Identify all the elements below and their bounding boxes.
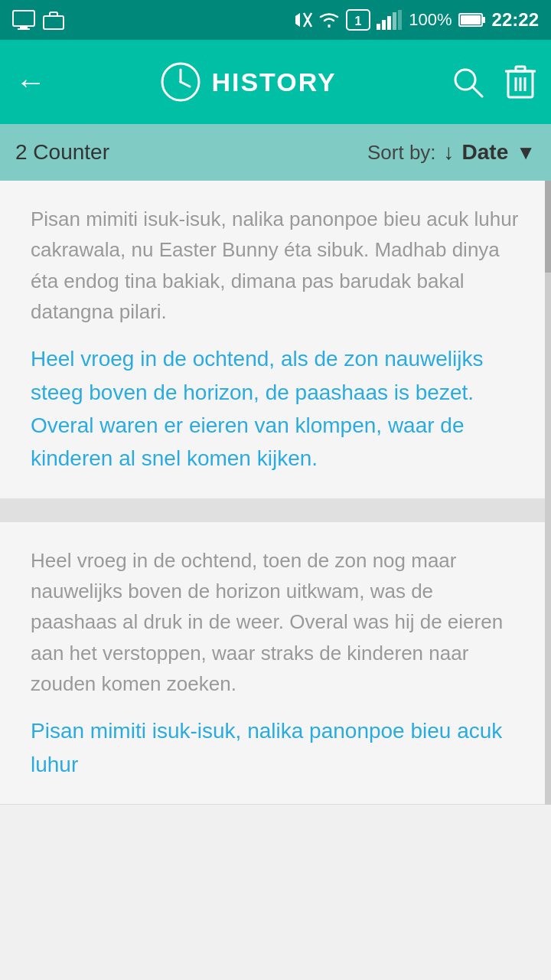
svg-rect-3 bbox=[44, 16, 64, 29]
content-wrapper: Pisan mimiti isuk-isuk, nalika panonpoe … bbox=[0, 181, 551, 805]
filter-bar: 2 Counter Sort by: ↓ Date ▼ bbox=[0, 124, 551, 181]
dropdown-arrow-icon[interactable]: ▼ bbox=[516, 141, 536, 165]
back-button[interactable]: ← bbox=[15, 65, 46, 100]
svg-rect-10 bbox=[382, 20, 386, 30]
entry-card: Pisan mimiti isuk-isuk, nalika panonpoe … bbox=[0, 181, 551, 499]
back-button-container[interactable]: ← bbox=[15, 65, 46, 100]
status-bar: 1 100% 22:22 bbox=[0, 0, 551, 40]
entry-translated-text: Pisan mimiti isuk-isuk, nalika panonpoe … bbox=[31, 714, 520, 781]
sort-arrow-icon: ↓ bbox=[444, 140, 455, 165]
signal-icon bbox=[377, 10, 403, 30]
svg-rect-12 bbox=[393, 12, 396, 30]
sort-section[interactable]: Sort by: ↓ Date ▼ bbox=[367, 140, 536, 165]
battery-icon bbox=[458, 11, 486, 28]
entry-original-text: Heel vroeg in de ochtend, toen de zon no… bbox=[31, 545, 520, 699]
mute-icon bbox=[291, 10, 312, 30]
counter-label: 2 Counter bbox=[15, 140, 109, 165]
page-title: HISTORY bbox=[211, 67, 336, 97]
svg-marker-4 bbox=[295, 13, 300, 27]
svg-rect-0 bbox=[13, 11, 34, 26]
clock-icon bbox=[161, 62, 201, 102]
wifi-icon bbox=[318, 11, 340, 29]
svg-line-21 bbox=[472, 87, 482, 96]
briefcase-icon bbox=[43, 10, 64, 30]
svg-rect-1 bbox=[20, 26, 28, 28]
entry-translated-text: Heel vroeg in de ochtend, als de zon nau… bbox=[31, 342, 520, 475]
top-bar: ← HISTORY bbox=[0, 40, 551, 124]
svg-rect-16 bbox=[461, 15, 481, 24]
top-bar-center: HISTORY bbox=[161, 62, 336, 102]
status-time: 22:22 bbox=[492, 9, 539, 31]
svg-rect-11 bbox=[387, 16, 391, 30]
card-divider bbox=[0, 499, 551, 522]
screen-icon bbox=[12, 10, 35, 30]
svg-rect-15 bbox=[482, 17, 485, 23]
entry-card: Heel vroeg in de ochtend, toen de zon no… bbox=[0, 522, 551, 805]
status-left-icons bbox=[12, 10, 64, 30]
scrollbar-thumb[interactable] bbox=[545, 181, 551, 273]
svg-line-19 bbox=[181, 82, 190, 87]
content-area: Pisan mimiti isuk-isuk, nalika panonpoe … bbox=[0, 181, 551, 805]
svg-rect-24 bbox=[516, 67, 525, 71]
svg-text:1: 1 bbox=[355, 15, 362, 28]
entry-original-text: Pisan mimiti isuk-isuk, nalika panonpoe … bbox=[31, 204, 520, 327]
search-icon[interactable] bbox=[452, 66, 484, 98]
sort-by-label: Sort by: bbox=[367, 141, 436, 165]
status-right-icons: 1 100% 22:22 bbox=[291, 9, 539, 31]
scrollbar[interactable] bbox=[545, 181, 551, 805]
sort-date-label: Date bbox=[462, 140, 509, 165]
top-bar-actions bbox=[452, 65, 536, 99]
battery-percent: 100% bbox=[409, 10, 452, 30]
svg-rect-2 bbox=[18, 28, 30, 30]
sim-badge: 1 bbox=[346, 9, 370, 31]
svg-rect-9 bbox=[377, 24, 380, 30]
svg-rect-13 bbox=[398, 10, 402, 30]
trash-icon[interactable] bbox=[505, 65, 536, 99]
